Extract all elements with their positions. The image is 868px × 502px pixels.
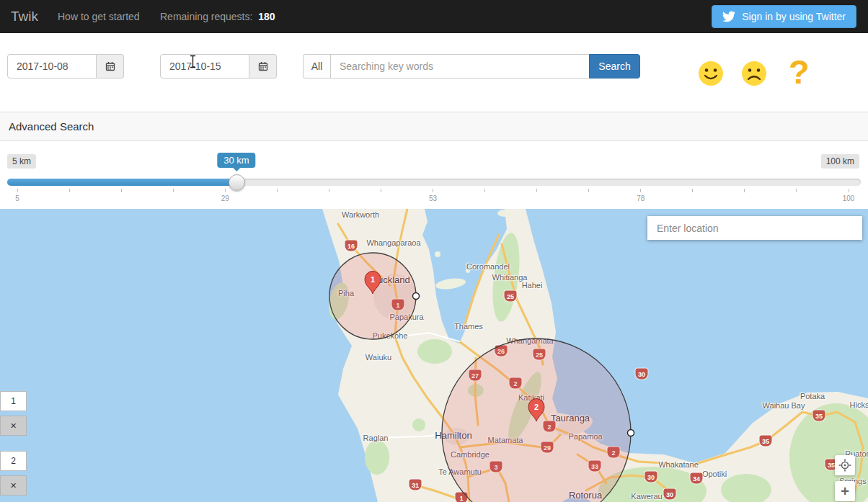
slider-tick bbox=[69, 189, 70, 192]
geolocate-target-icon bbox=[838, 459, 851, 472]
slider-tick bbox=[849, 189, 849, 192]
slider-min-label: 5 km bbox=[7, 154, 36, 169]
slider-tick bbox=[225, 189, 226, 192]
date-to-input[interactable] bbox=[160, 54, 249, 79]
search-toolbar: All Search ? bbox=[0, 33, 868, 112]
slider-tick bbox=[121, 189, 122, 192]
forest-area bbox=[412, 418, 425, 431]
slider-tick bbox=[692, 189, 693, 192]
slider-section: 5 km 100 km 30 km 5295378100 bbox=[0, 141, 868, 209]
slider-tick bbox=[329, 189, 329, 192]
slider-tick bbox=[744, 189, 745, 192]
twitter-signin-button[interactable]: Sign in by using Twitter bbox=[712, 5, 856, 28]
twitter-signin-label: Sign in by using Twitter bbox=[742, 11, 846, 22]
search-button[interactable]: Search bbox=[589, 54, 640, 79]
slider-selection bbox=[7, 179, 236, 186]
slider-tick-label: 100 bbox=[843, 194, 855, 202]
slider-tick-label: 29 bbox=[221, 194, 229, 202]
date-to-calendar-button[interactable] bbox=[249, 54, 277, 79]
map-region: WarkworthWhangaparaoaCoromandelWhitianga… bbox=[0, 209, 868, 502]
slider-tick bbox=[588, 189, 589, 192]
forest-area bbox=[417, 339, 452, 364]
sad-smiley-icon[interactable] bbox=[740, 60, 768, 87]
brand[interactable]: Twik bbox=[11, 0, 38, 33]
slider-handle[interactable] bbox=[229, 174, 245, 191]
island bbox=[466, 269, 470, 273]
circle-remove-button[interactable]: ✕ bbox=[0, 416, 27, 436]
geolocate-button[interactable] bbox=[835, 455, 855, 475]
twitter-bird-icon bbox=[722, 10, 735, 23]
advanced-search-header[interactable]: Advanced Search bbox=[0, 112, 868, 141]
date-from-input[interactable] bbox=[7, 54, 97, 79]
advanced-search-title: Advanced Search bbox=[9, 112, 94, 140]
navbar: Twik How to get started Remaining reques… bbox=[0, 0, 868, 33]
map-location-input[interactable] bbox=[647, 216, 862, 240]
slider-track[interactable] bbox=[7, 179, 861, 186]
slider-tick bbox=[173, 189, 174, 192]
slider-tick-label: 53 bbox=[429, 194, 437, 202]
date-to-group bbox=[160, 54, 277, 79]
remaining-requests-count: 180 bbox=[258, 11, 275, 22]
slider-value-tooltip: 30 km bbox=[217, 153, 255, 168]
help-icon[interactable]: ? bbox=[789, 50, 810, 94]
slider-tick bbox=[484, 189, 485, 192]
circle-remove-button[interactable]: ✕ bbox=[0, 475, 27, 496]
map-canvas[interactable] bbox=[0, 209, 868, 502]
slider-tick bbox=[796, 189, 797, 192]
forest-area bbox=[365, 440, 389, 475]
slider-tick bbox=[17, 189, 18, 192]
urban-area bbox=[444, 428, 469, 445]
zoom-in-button[interactable]: + bbox=[835, 481, 855, 501]
search-scope-selector[interactable]: All bbox=[303, 54, 330, 79]
slider-tick bbox=[277, 189, 278, 192]
happy-smiley-icon[interactable] bbox=[697, 60, 725, 87]
circle-list-item: 2 bbox=[0, 451, 27, 471]
slider-tick-label: 5 bbox=[15, 194, 19, 202]
calendar-icon bbox=[105, 61, 115, 71]
slider-max-label: 100 km bbox=[821, 154, 859, 169]
slider-tick bbox=[536, 189, 537, 192]
slider-tick bbox=[433, 189, 433, 192]
urban-area bbox=[373, 274, 417, 320]
how-to-get-started-link[interactable]: How to get started bbox=[58, 0, 140, 33]
slider-tick-label: 78 bbox=[637, 194, 645, 202]
remaining-requests: Remaining requests: 180 bbox=[160, 0, 275, 33]
date-from-group bbox=[7, 54, 124, 79]
calendar-icon bbox=[258, 61, 268, 71]
keyword-search-group: All Search bbox=[303, 54, 640, 79]
date-from-calendar-button[interactable] bbox=[97, 54, 124, 79]
island bbox=[435, 251, 440, 257]
slider-tick bbox=[640, 189, 641, 192]
slider-tick bbox=[381, 189, 381, 192]
keywords-input[interactable] bbox=[330, 54, 590, 79]
island bbox=[497, 210, 512, 217]
circle-list-item: 1 bbox=[0, 391, 27, 411]
remaining-requests-label: Remaining requests: bbox=[160, 11, 252, 22]
